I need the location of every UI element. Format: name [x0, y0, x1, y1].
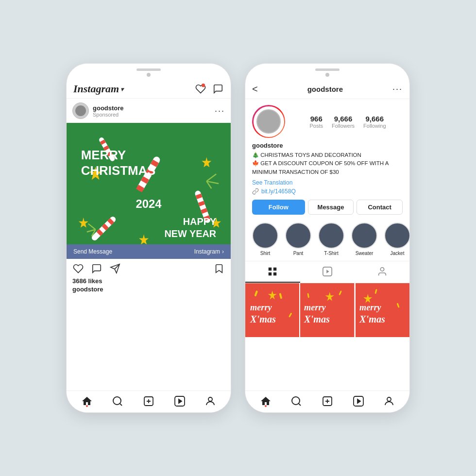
contact-button[interactable]: Contact — [357, 200, 403, 215]
highlight-circle-sweater — [351, 222, 377, 249]
profile-username-top: goodstore — [307, 85, 343, 93]
instagram-logo-text: Instagram — [73, 83, 119, 95]
message-button[interactable]: Message — [308, 200, 354, 215]
highlight-pant[interactable]: Pant — [285, 222, 311, 256]
post-image-svg: MERRY CHRISTMAS 2024 HAPPY NEW YEAR — [67, 123, 231, 259]
nav2-home[interactable] — [259, 395, 272, 408]
post-header: goodstore Sponsored ··· — [67, 99, 231, 123]
reels-tab-icon — [322, 266, 333, 277]
svg-point-73 — [265, 405, 267, 407]
svg-text:2024: 2024 — [136, 197, 162, 210]
messenger-icon[interactable] — [212, 83, 224, 95]
grid-cell-3[interactable]: merry X'mas — [356, 283, 409, 337]
profile-stats: 966 Posts 9,666 Followers 9,666 Followin… — [293, 115, 403, 129]
svg-line-75 — [299, 404, 301, 406]
svg-line-40 — [120, 404, 122, 406]
svg-point-46 — [208, 397, 212, 401]
highlight-label-sweater: Sweater — [356, 251, 374, 256]
following-count: 9,666 — [366, 115, 384, 123]
highlight-jacket[interactable]: Jacket — [384, 222, 409, 256]
tab-tagged[interactable] — [355, 261, 409, 283]
nav-search[interactable] — [111, 395, 124, 408]
highlights-row: Shirt Pant T-Shirt Sweater Jacket — [245, 220, 409, 261]
post-user-info: goodstore Sponsored — [72, 102, 124, 119]
grid-cell-2[interactable]: merry X'mas — [300, 283, 354, 337]
tab-grid[interactable] — [245, 261, 300, 283]
phones-container: Instagram ▾ — [66, 63, 410, 413]
tab-reels[interactable] — [300, 261, 355, 283]
phone-camera-2 — [325, 73, 329, 77]
highlight-shirt[interactable]: Shirt — [252, 222, 278, 256]
profile-action-buttons: Follow Message Contact — [245, 200, 409, 220]
like-button[interactable] — [72, 263, 84, 274]
svg-text:NEW YEAR: NEW YEAR — [164, 228, 216, 239]
post-image: MERRY CHRISTMAS 2024 HAPPY NEW YEAR Send… — [67, 123, 231, 259]
phone-top-bar-2 — [245, 64, 409, 79]
nav2-profile[interactable] — [383, 395, 395, 408]
nav-home[interactable] — [81, 395, 93, 408]
posts-label: Posts — [309, 123, 323, 129]
svg-text:X'mas: X'mas — [304, 314, 330, 324]
svg-point-39 — [113, 397, 121, 405]
post-caption: goodstore — [67, 286, 231, 297]
posts-count: 966 — [310, 115, 323, 123]
post-avatar[interactable] — [72, 102, 89, 119]
highlight-label-jacket: Jacket — [391, 251, 405, 256]
following-label: Following — [363, 123, 386, 129]
profile-display-name: goodstore — [245, 142, 409, 151]
followers-count: 9,666 — [334, 115, 353, 123]
follow-button[interactable]: Follow — [252, 200, 305, 215]
highlight-tshirt[interactable]: T-Shirt — [318, 222, 344, 256]
svg-point-81 — [387, 397, 391, 401]
caption-username: goodstore — [72, 286, 103, 293]
nav-create[interactable] — [142, 395, 155, 408]
svg-point-74 — [292, 397, 300, 405]
highlight-circle-shirt — [252, 222, 278, 249]
profile-link-text[interactable]: bit.ly/14658Q — [261, 188, 296, 195]
svg-rect-47 — [269, 268, 272, 271]
see-translation[interactable]: See Translation — [245, 179, 409, 188]
avatar-inner — [75, 105, 86, 116]
heart-notification-icon[interactable] — [195, 83, 206, 95]
instagram-header-icons — [195, 83, 224, 95]
avatar-large-inner — [254, 106, 284, 137]
nav-reels[interactable] — [173, 395, 186, 408]
svg-text:merry: merry — [304, 302, 326, 312]
grid-preview: merry X'mas merry X'mas — [245, 283, 409, 391]
highlight-circle-tshirt — [318, 222, 344, 249]
post-more-options[interactable]: ··· — [215, 106, 225, 116]
comment-button[interactable] — [91, 263, 102, 274]
profile-more-options[interactable]: ··· — [392, 84, 403, 94]
search-icon-2 — [290, 395, 302, 407]
profile-topbar: < goodstore ··· — [245, 79, 409, 99]
svg-marker-80 — [357, 399, 360, 403]
followers-label: Followers — [332, 123, 355, 129]
stat-following[interactable]: 9,666 Following — [363, 115, 386, 129]
highlight-sweater[interactable]: Sweater — [351, 222, 377, 256]
stat-followers[interactable]: 9,666 Followers — [332, 115, 355, 129]
grid-image-1: merry X'mas — [245, 283, 299, 337]
post-actions-left — [72, 263, 121, 274]
nav2-search[interactable] — [290, 395, 303, 408]
svg-point-0 — [202, 84, 205, 87]
phone2-nav — [245, 391, 409, 412]
bookmark-button[interactable] — [213, 263, 225, 274]
post-user-text: goodstore Sponsored — [93, 104, 124, 118]
phone1-nav — [67, 391, 231, 412]
post-likes: 3686 likes — [67, 276, 231, 286]
svg-point-53 — [380, 268, 384, 271]
share-button[interactable] — [109, 263, 121, 274]
nav2-reels[interactable] — [352, 395, 365, 408]
nav-profile[interactable] — [204, 395, 217, 408]
back-button[interactable]: < — [252, 84, 258, 95]
grid-cell-1[interactable]: merry X'mas — [245, 283, 299, 337]
nav2-create[interactable] — [321, 395, 334, 408]
instagram-logo[interactable]: Instagram ▾ — [73, 83, 123, 95]
cta-send-message[interactable]: Send Message — [73, 248, 112, 255]
stat-posts[interactable]: 966 Posts — [309, 115, 323, 129]
highlight-label-pant: Pant — [293, 251, 304, 256]
profile-avatar-large[interactable] — [252, 105, 285, 138]
post-sponsored: Sponsored — [93, 112, 124, 118]
phone-feed: Instagram ▾ — [66, 63, 231, 413]
link-icon — [252, 188, 259, 195]
